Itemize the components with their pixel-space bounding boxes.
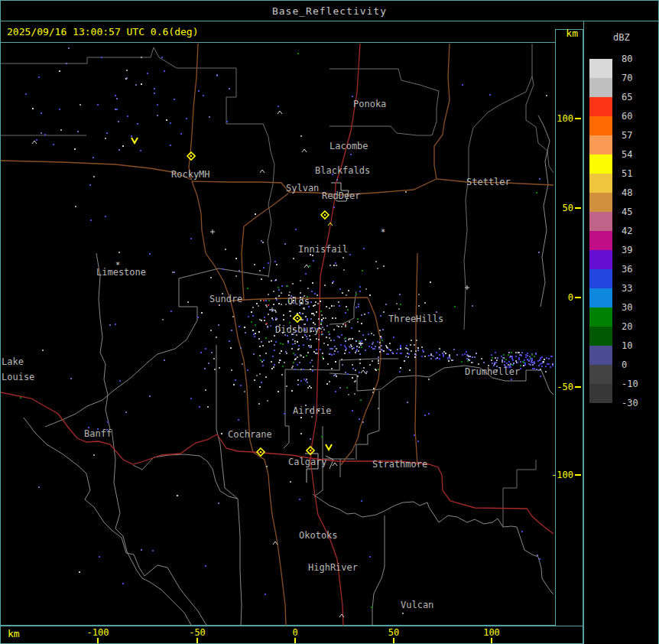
vee-marker xyxy=(131,138,138,143)
radar-echo-pixel xyxy=(346,348,347,350)
radar-echo-pixel xyxy=(254,379,255,381)
radar-echo-pixel xyxy=(273,304,274,305)
radar-echo-pixel xyxy=(509,356,511,358)
radar-echo-pixel xyxy=(436,311,437,313)
radar-echo-pixel xyxy=(356,346,358,347)
radar-echo-pixel xyxy=(268,341,270,343)
radar-echo-pixel xyxy=(378,346,380,348)
legend-value-label: -30 xyxy=(622,398,638,408)
city-label-louise: Louise xyxy=(2,372,34,382)
radar-echo-pixel xyxy=(518,359,520,360)
radar-echo-pixel xyxy=(278,362,280,363)
legend-color-block-20 xyxy=(589,327,612,346)
radar-echo-pixel xyxy=(275,341,277,343)
radar-echo-pixel xyxy=(300,313,301,314)
radar-echo-pixel xyxy=(190,238,192,239)
city-label-threehills: ThreeHills xyxy=(388,314,443,324)
bottom-axis-tick-mark xyxy=(97,638,99,643)
radar-echo-pixel xyxy=(378,348,380,350)
radar-echo-pixel xyxy=(275,298,277,299)
radar-echo-pixel xyxy=(307,387,309,389)
radar-echo-pixel xyxy=(360,343,362,344)
radar-echo-pixel xyxy=(358,306,359,307)
radar-echo-pixel xyxy=(339,387,341,389)
radar-echo-pixel xyxy=(116,109,118,110)
radar-echo-pixel xyxy=(524,363,526,364)
radar-echo-pixel xyxy=(99,556,100,558)
radar-echo-pixel xyxy=(546,357,547,359)
legend-value-label: 51 xyxy=(622,168,632,179)
radar-echo-pixel xyxy=(320,322,322,324)
radar-echo-pixel xyxy=(66,63,67,64)
radar-echo-pixel xyxy=(331,348,333,350)
radar-echo-pixel xyxy=(294,369,296,370)
radar-echo-pixel xyxy=(323,329,325,330)
radar-echo-pixel xyxy=(307,288,309,289)
radar-echo-pixel xyxy=(271,340,272,342)
radar-echo-pixel xyxy=(352,364,353,366)
radar-echo-pixel xyxy=(502,357,504,359)
right-axis-tick-label: 100 xyxy=(557,113,573,124)
radar-echo-pixel xyxy=(345,324,346,325)
radar-echo-pixel xyxy=(292,283,294,285)
right-axis-tick-mark xyxy=(575,207,581,209)
radar-echo-pixel xyxy=(320,301,321,302)
radar-echo-pixel xyxy=(369,294,371,296)
radar-echo-pixel xyxy=(307,338,308,340)
radar-echo-pixel xyxy=(508,361,510,363)
radar-echo-pixel xyxy=(524,364,526,366)
city-label-airdrie: Airdrie xyxy=(293,406,332,415)
radar-echo-pixel xyxy=(342,364,343,366)
legend-color-block-42 xyxy=(589,231,612,250)
radar-echo-pixel xyxy=(400,353,401,354)
radar-echo-pixel xyxy=(449,354,450,356)
radar-echo-pixel xyxy=(381,337,382,339)
radar-echo-pixel xyxy=(177,495,178,496)
radar-echo-pixel xyxy=(278,106,279,107)
radar-map[interactable]: ** PonokaLacombeBlackfaldsSylvanRedDeerS… xyxy=(0,42,555,626)
radar-echo-pixel xyxy=(274,364,275,366)
radar-echo-pixel xyxy=(147,73,148,74)
radar-echo-pixel xyxy=(375,346,376,347)
radar-echo-pixel xyxy=(349,346,350,347)
legend-color-block-45 xyxy=(589,212,612,231)
radar-echo-pixel xyxy=(494,363,495,365)
radar-echo-pixel xyxy=(518,352,520,353)
radar-echo-pixel xyxy=(164,359,165,361)
radar-echo-pixel xyxy=(283,314,284,316)
radar-echo-pixel xyxy=(203,95,204,96)
radar-echo-pixel xyxy=(276,299,278,301)
legend-color-block-60 xyxy=(589,116,612,135)
radar-echo-pixel xyxy=(449,356,450,358)
radar-echo-pixel xyxy=(399,371,401,372)
radar-echo-pixel xyxy=(118,149,120,151)
radar-echo-pixel xyxy=(361,346,362,348)
city-label-lacombe: Lacombe xyxy=(330,141,368,151)
radar-echo-pixel xyxy=(525,356,527,358)
radar-echo-pixel xyxy=(122,145,124,147)
radar-echo-pixel xyxy=(359,291,361,292)
radar-echo-pixel xyxy=(101,57,102,58)
radar-echo-pixel xyxy=(314,293,316,294)
radar-echo-pixel xyxy=(154,88,155,89)
radar-echo-pixel xyxy=(226,121,228,122)
radar-echo-pixel xyxy=(297,349,299,350)
radar-echo-pixel xyxy=(400,367,401,369)
radar-echo-pixel xyxy=(504,364,505,366)
radar-echo-pixel xyxy=(235,379,236,381)
radar-echo-pixel xyxy=(519,354,521,356)
radar-echo-pixel xyxy=(309,385,310,387)
radar-echo-pixel xyxy=(349,254,351,255)
radar-echo-pixel xyxy=(131,135,132,137)
radar-echo-pixel xyxy=(355,369,356,371)
radar-echo-pixel xyxy=(248,316,249,317)
radar-echo-pixel xyxy=(41,112,42,114)
radar-echo-pixel xyxy=(521,531,523,532)
radar-echo-pixel xyxy=(299,362,300,363)
radar-echo-pixel xyxy=(265,337,267,339)
radar-echo-pixel xyxy=(504,361,505,363)
radar-echo-pixel xyxy=(383,311,385,313)
radar-echo-pixel xyxy=(359,346,360,348)
radar-echo-pixel xyxy=(503,354,505,356)
radar-echo-pixel xyxy=(60,129,62,131)
